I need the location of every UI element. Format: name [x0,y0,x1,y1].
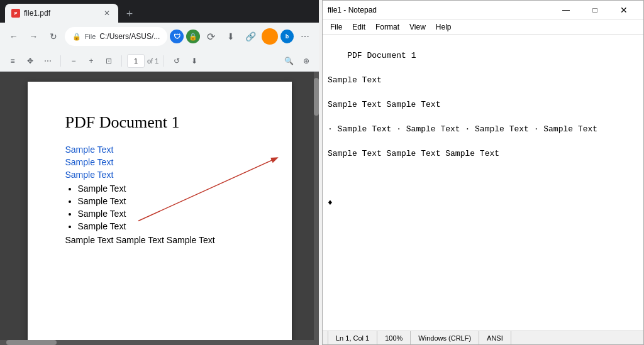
minimize-button[interactable]: — [552,1,580,19]
protocol-label: File [85,33,96,40]
pdf-toolbar: ≡ ✥ ⋯ − + ⊡ of 1 ↺ ⬇ 🔍 ⊕ [0,50,319,72]
shield-extension-icon[interactable]: 🛡 [170,30,184,43]
status-zoom: 100% [377,331,411,344]
address-bar[interactable]: 🔒 File C:/Users/ASUS/... [65,27,168,46]
list-item: Sample Text [78,221,260,231]
rotate-button[interactable]: ↺ [169,53,184,68]
new-tab-button[interactable]: + [121,5,138,23]
extension-icon-3[interactable]: ⟳ [203,28,220,45]
zoom-in-button[interactable]: + [84,53,99,68]
pdf-doc-title: PDF Document 1 [65,113,260,132]
page-total: of 1 [147,57,158,65]
back-button[interactable]: ← [5,28,23,45]
fit-button[interactable]: ⊡ [101,53,116,68]
tab-favicon: P [11,9,20,18]
lock-icon: 🔒 [72,33,81,41]
notepad-line-1: PDF Document 1 [347,51,416,60]
reload-button[interactable]: ↻ [45,28,62,45]
pdf-bullet-list: Sample Text Sample Text Sample Text Samp… [78,183,260,231]
status-encoding: ANSI [479,331,511,344]
toolbar-divider-3 [164,55,164,67]
list-item: Sample Text [78,196,260,206]
pdf-page: PDF Document 1 Sample Text Sample Text S… [28,82,292,345]
browser-window: P file1.pdf ✕ + ← → ↻ 🔒 File C:/Users/AS… [0,0,319,345]
vertical-scrollbar[interactable] [314,72,319,345]
notepad-titlebar: file1 - Notepad — □ ✕ [323,1,643,19]
menu-view[interactable]: View [404,19,431,35]
toolbar-divider-2 [121,55,122,67]
notepad-statusbar: Ln 1, Col 1 100% Windows (CRLF) ANSI [323,331,643,344]
menu-help[interactable]: Help [431,19,457,35]
pdf-link-1[interactable]: Sample Text [65,145,260,155]
forward-button[interactable]: → [25,28,43,45]
pdf-hamburger-button[interactable]: ≡ [5,53,20,68]
bing-extension-icon[interactable]: b [280,30,294,43]
toolbar-divider-1 [60,55,61,67]
page-number-input[interactable] [127,54,145,68]
more-options-button[interactable]: ⋯ [296,28,314,45]
tab-title: file1.pdf [24,9,98,18]
list-item: Sample Text [78,209,260,219]
menu-edit[interactable]: Edit [347,19,370,35]
pdf-tab[interactable]: P file1.pdf ✕ [5,4,118,23]
pdf-more-button[interactable]: ⋯ [40,53,55,68]
vpn-extension-icon[interactable]: 🔒 [186,30,200,43]
zoom-out-button[interactable]: − [66,53,81,68]
notepad-line-3: Sample Text Sample Text [328,100,440,109]
notepad-window: file1 - Notepad — □ ✕ File Edit Format V… [322,0,644,345]
notepad-title: file1 - Notepad [328,6,552,14]
notepad-text-area[interactable]: PDF Document 1 Sample Text Sample Text S… [323,35,643,331]
bookmark-button[interactable]: ⊕ [299,53,314,68]
browser-content: PDF Document 1 Sample Text Sample Text S… [0,72,319,345]
notepad-line-2: Sample Text [328,75,382,85]
extension-icon-4[interactable]: ⬇ [222,28,240,45]
search-button[interactable]: 🔍 [281,53,296,68]
notepad-cursor: ♦ [328,198,333,207]
horizontal-scrollbar[interactable] [0,340,314,345]
list-item: Sample Text [78,183,260,194]
vertical-scrollbar-thumb[interactable] [314,78,319,116]
notepad-menubar: File Edit Format View Help [323,19,643,35]
maximize-button[interactable]: □ [580,1,609,19]
tab-bar: P file1.pdf ✕ + [0,0,319,23]
profile-avatar[interactable] [262,28,278,45]
download-button[interactable]: ⬇ [187,53,202,68]
close-button[interactable]: ✕ [609,1,638,19]
pdf-plain-text: Sample Text Sample Text Sample Text [65,235,260,245]
extension-icon-5[interactable]: 🔗 [242,28,260,45]
tab-close-button[interactable]: ✕ [102,8,112,18]
menu-file[interactable]: File [325,19,347,35]
notepad-line-5: Sample Text Sample Text Sample Text [328,149,499,158]
status-position: Ln 1, Col 1 [328,331,377,344]
menu-format[interactable]: Format [370,19,404,35]
pdf-pan-button[interactable]: ✥ [23,53,38,68]
horizontal-scrollbar-thumb[interactable] [6,340,57,345]
notepad-line-4: · Sample Text · Sample Text · Sample Tex… [328,124,597,134]
pdf-link-3[interactable]: Sample Text [65,170,260,180]
svg-text:P: P [14,11,18,16]
pdf-link-2[interactable]: Sample Text [65,157,260,167]
status-line-ending: Windows (CRLF) [411,331,479,344]
address-text: C:/Users/ASUS/... [99,32,160,41]
browser-toolbar: ← → ↻ 🔒 File C:/Users/ASUS/... 🛡 🔒 ⟳ ⬇ 🔗… [0,23,319,50]
